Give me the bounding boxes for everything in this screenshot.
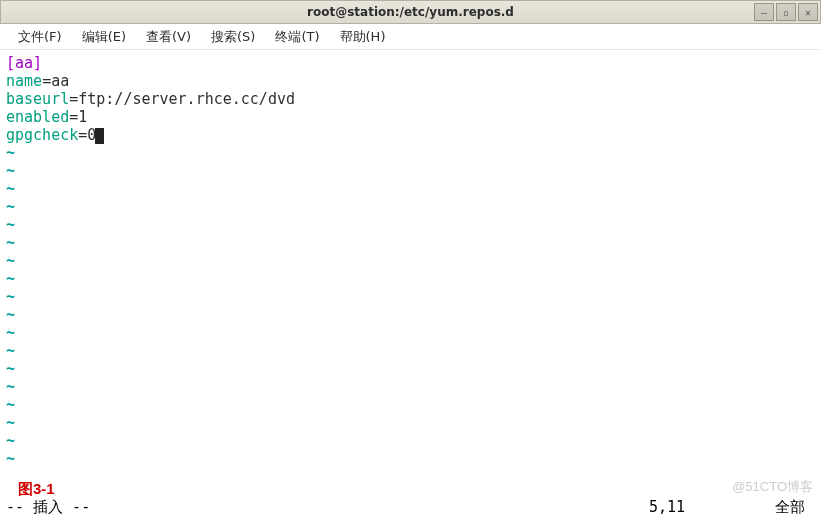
empty-line: ~: [6, 342, 815, 360]
figure-label: 图3-1: [18, 480, 55, 498]
tilde-marker: ~: [6, 288, 15, 306]
tilde-marker: ~: [6, 162, 15, 180]
titlebar: root@station:/etc/yum.repos.d – ▫ ✕: [0, 0, 821, 24]
repo-section: [aa]: [6, 54, 42, 72]
tilde-marker: ~: [6, 252, 15, 270]
empty-line: ~: [6, 252, 815, 270]
empty-line: ~: [6, 378, 815, 396]
empty-line: ~: [6, 144, 815, 162]
vim-mode: -- 插入 --: [6, 498, 90, 516]
menu-view[interactable]: 查看(V): [136, 26, 201, 48]
menu-search[interactable]: 搜索(S): [201, 26, 265, 48]
config-key: gpgcheck: [6, 126, 78, 144]
menu-terminal[interactable]: 终端(T): [265, 26, 329, 48]
empty-line: ~: [6, 288, 815, 306]
vim-statusbar: -- 插入 -- 5,11 全部: [0, 498, 821, 516]
text-cursor: [95, 128, 104, 144]
config-key: enabled: [6, 108, 69, 126]
tilde-marker: ~: [6, 432, 15, 450]
empty-line: ~: [6, 432, 815, 450]
tilde-marker: ~: [6, 360, 15, 378]
watermark: @51CTO博客: [732, 478, 813, 496]
menu-file[interactable]: 文件(F): [8, 26, 72, 48]
empty-line: ~: [6, 234, 815, 252]
window-title: root@station:/etc/yum.repos.d: [307, 5, 514, 19]
equals-sign: =: [69, 108, 78, 126]
editor-line: [aa]: [6, 54, 815, 72]
scroll-indicator: 全部: [775, 498, 805, 516]
editor-content: [aa]name=aabaseurl=ftp://server.rhce.cc/…: [6, 54, 815, 468]
menubar: 文件(F) 编辑(E) 查看(V) 搜索(S) 终端(T) 帮助(H): [0, 24, 821, 50]
tilde-marker: ~: [6, 342, 15, 360]
maximize-button[interactable]: ▫: [776, 3, 796, 21]
tilde-marker: ~: [6, 180, 15, 198]
empty-line: ~: [6, 198, 815, 216]
config-value: ftp://server.rhce.cc/dvd: [78, 90, 295, 108]
tilde-marker: ~: [6, 270, 15, 288]
empty-line: ~: [6, 396, 815, 414]
tilde-marker: ~: [6, 414, 15, 432]
empty-line: ~: [6, 162, 815, 180]
close-button[interactable]: ✕: [798, 3, 818, 21]
editor-line: name=aa: [6, 72, 815, 90]
window-controls: – ▫ ✕: [754, 3, 818, 21]
empty-line: ~: [6, 216, 815, 234]
equals-sign: =: [42, 72, 51, 90]
tilde-marker: ~: [6, 234, 15, 252]
config-value: 1: [78, 108, 87, 126]
editor-line: enabled=1: [6, 108, 815, 126]
menu-edit[interactable]: 编辑(E): [72, 26, 136, 48]
tilde-marker: ~: [6, 198, 15, 216]
tilde-marker: ~: [6, 144, 15, 162]
empty-line: ~: [6, 180, 815, 198]
empty-line: ~: [6, 360, 815, 378]
tilde-marker: ~: [6, 378, 15, 396]
empty-line: ~: [6, 306, 815, 324]
empty-line: ~: [6, 324, 815, 342]
tilde-marker: ~: [6, 216, 15, 234]
empty-line: ~: [6, 414, 815, 432]
editor-line: baseurl=ftp://server.rhce.cc/dvd: [6, 90, 815, 108]
config-key: name: [6, 72, 42, 90]
tilde-marker: ~: [6, 396, 15, 414]
equals-sign: =: [69, 90, 78, 108]
tilde-marker: ~: [6, 306, 15, 324]
empty-line: ~: [6, 450, 815, 468]
tilde-marker: ~: [6, 450, 15, 468]
menu-help[interactable]: 帮助(H): [330, 26, 396, 48]
equals-sign: =: [78, 126, 87, 144]
editor-line: gpgcheck=0: [6, 126, 815, 144]
minimize-button[interactable]: –: [754, 3, 774, 21]
config-value: aa: [51, 72, 69, 90]
terminal-area[interactable]: [aa]name=aabaseurl=ftp://server.rhce.cc/…: [0, 50, 821, 516]
config-key: baseurl: [6, 90, 69, 108]
tilde-marker: ~: [6, 324, 15, 342]
empty-line: ~: [6, 270, 815, 288]
cursor-position: 5,11: [649, 498, 685, 516]
